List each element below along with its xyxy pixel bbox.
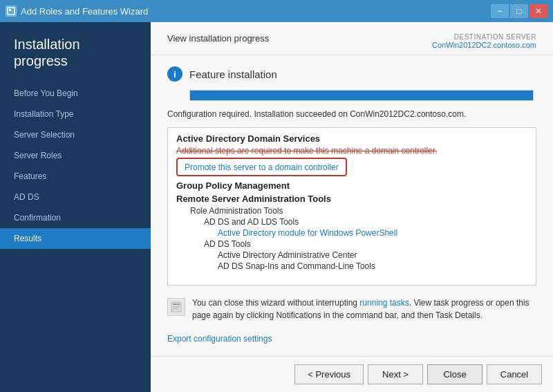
installed-features-list[interactable]: Active Directory Domain Services Additio… xyxy=(168,128,536,285)
sidebar-item-server-selection[interactable]: Server Selection xyxy=(0,124,151,145)
running-tasks-link[interactable]: running tasks xyxy=(359,298,409,308)
svg-rect-5 xyxy=(173,308,178,310)
title-bar: Add Roles and Features Wizard − □ ✕ xyxy=(0,0,553,22)
sidebar-item-results[interactable]: Results xyxy=(0,228,151,249)
sidebar-item-before-you-begin[interactable]: Before You Begin xyxy=(0,83,151,104)
restore-button[interactable]: □ xyxy=(510,4,528,18)
promote-link-container: Promote this server to a domain controll… xyxy=(176,156,527,178)
window-controls: − □ ✕ xyxy=(491,4,547,18)
footer: < Previous Next > Close Cancel xyxy=(151,356,553,392)
content-area: i Feature installation Configuration req… xyxy=(151,55,553,356)
cancel-button[interactable]: Cancel xyxy=(487,364,542,384)
progress-bar-container xyxy=(189,90,534,101)
sidebar-item-server-roles[interactable]: Server Roles xyxy=(0,145,151,166)
ad-admin-center: Active Directory Administrative Center xyxy=(176,250,527,261)
minimize-button[interactable]: − xyxy=(491,4,509,18)
svg-rect-3 xyxy=(173,304,180,305)
sidebar-title: Installation progress xyxy=(0,36,151,83)
note-icon xyxy=(167,298,185,316)
success-text: Configuration required. Installation suc… xyxy=(167,109,536,119)
sidebar-item-ad-ds[interactable]: AD DS xyxy=(0,187,151,207)
window-close-button[interactable]: ✕ xyxy=(529,4,547,18)
promote-link[interactable]: Promote this server to a domain controll… xyxy=(185,162,339,172)
destination-label: DESTINATION SERVER xyxy=(432,33,536,41)
previous-button[interactable]: < Previous xyxy=(294,364,364,384)
info-icon: i xyxy=(167,66,182,82)
sidebar-item-features[interactable]: Features xyxy=(0,166,151,187)
sidebar: Installation progress Before You Begin I… xyxy=(0,22,151,392)
installed-features-panel: Active Directory Domain Services Additio… xyxy=(167,127,536,286)
ad-module-powershell: Active Directory module for Windows Powe… xyxy=(176,227,527,239)
app-icon xyxy=(6,6,17,17)
sidebar-item-confirmation[interactable]: Confirmation xyxy=(0,207,151,228)
close-button[interactable]: Close xyxy=(427,364,482,384)
wizard-body: Installation progress Before You Begin I… xyxy=(0,22,553,392)
remote-admin-title: Remote Server Administration Tools xyxy=(176,194,527,204)
ad-ds-lds-tools: AD DS and AD LDS Tools xyxy=(176,216,527,227)
window-title: Add Roles and Features Wizard xyxy=(21,6,148,17)
ad-snap-ins: AD DS Snap-Ins and Command-Line Tools xyxy=(176,261,527,272)
promote-link-box: Promote this server to a domain controll… xyxy=(176,158,347,176)
info-note: You can close this wizard without interr… xyxy=(167,294,536,324)
note-text: You can close this wizard without interr… xyxy=(192,297,536,321)
additional-steps-text: Additional steps are required to make th… xyxy=(176,145,527,156)
title-bar-left: Add Roles and Features Wizard xyxy=(6,6,148,17)
server-name: ConWin2012DC2.contoso.com xyxy=(432,41,536,49)
progress-bar-fill xyxy=(190,91,533,100)
ad-ds-tools: AD DS Tools xyxy=(176,239,527,250)
destination-server-info: DESTINATION SERVER ConWin2012DC2.contoso… xyxy=(432,33,536,49)
feature-install-row: i Feature installation xyxy=(167,66,536,82)
ad-ds-title: Active Directory Domain Services xyxy=(176,133,527,144)
section-title: View installation progress xyxy=(167,33,269,44)
role-admin-tools: Role Administration Tools xyxy=(176,205,527,216)
group-policy-title: Group Policy Management xyxy=(176,180,527,191)
next-button[interactable]: Next > xyxy=(368,364,423,384)
feature-install-label: Feature installation xyxy=(189,68,277,80)
content-header: View installation progress DESTINATION S… xyxy=(151,22,553,55)
content-panel: View installation progress DESTINATION S… xyxy=(151,22,553,392)
svg-rect-1 xyxy=(9,9,11,11)
sidebar-item-installation-type[interactable]: Installation Type xyxy=(0,104,151,124)
export-link[interactable]: Export configuration settings xyxy=(167,333,272,345)
svg-rect-4 xyxy=(173,306,180,308)
